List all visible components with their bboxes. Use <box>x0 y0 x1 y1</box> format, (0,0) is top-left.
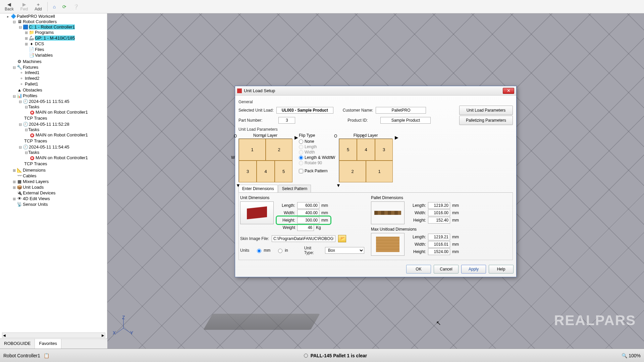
tree-dimensions[interactable]: Dimensions <box>23 168 46 173</box>
pack-pattern-check[interactable]: Pack Pattern <box>299 169 332 173</box>
tree-prof2[interactable]: 2024-05-11 11:52:28 <box>29 122 69 127</box>
fwd-button[interactable]: ▶Fwd <box>18 1 31 12</box>
dlg-help-button[interactable]: Help <box>489 265 514 274</box>
palletizing-params-button[interactable]: Palletizing Parameters <box>459 116 513 125</box>
flip-length: Length <box>299 144 332 149</box>
tree-tasks1[interactable]: Tasks <box>28 104 39 109</box>
tab-select-pattern[interactable]: Select Pattern <box>278 185 311 192</box>
tree-fixtures[interactable]: Fixtures <box>23 65 38 70</box>
help-icon: ❔ <box>73 4 79 9</box>
tree-machines[interactable]: Machines <box>23 59 42 64</box>
selected-ul-field[interactable] <box>276 107 333 114</box>
unit-thumb <box>240 201 274 224</box>
pallet-height-input[interactable] <box>428 217 450 224</box>
tab-enter-dims[interactable]: Enter Dimensions <box>238 185 278 192</box>
add-icon: ＋ <box>36 2 41 7</box>
flip-none[interactable]: None <box>299 139 332 144</box>
tree-profiles[interactable]: Profiles <box>23 93 37 98</box>
units-in[interactable]: in <box>276 248 288 253</box>
flip-lw[interactable]: Length & Width <box>299 155 332 160</box>
help-button[interactable]: ❔ <box>70 4 82 10</box>
close-button[interactable]: ✕ <box>503 88 514 94</box>
max-width-input[interactable] <box>428 241 450 248</box>
pallet-dims-title: Pallet Dimensions <box>371 195 461 200</box>
tab-roboguide[interactable]: ROBOGUIDE <box>0 339 35 349</box>
tree-cables[interactable]: Cables <box>23 173 36 178</box>
tree-dcs[interactable]: DCS <box>35 41 44 46</box>
tree-4dviews[interactable]: 4D Edit Views <box>23 196 50 201</box>
browse-button[interactable]: 📂 <box>338 235 346 242</box>
refresh-button[interactable]: ⟳ <box>60 4 69 10</box>
tree-hscrollbar[interactable]: ◀▶ <box>2 333 105 338</box>
product-label: Product ID: <box>347 118 368 123</box>
arrow-down-icon: ▼ <box>236 183 240 188</box>
tree-main2[interactable]: MAIN on Robot Controller1 <box>30 132 88 137</box>
customer-field[interactable] <box>376 107 426 114</box>
tree-prof1[interactable]: 2024-05-11 11:51:45 <box>29 99 69 104</box>
refresh-icon: ⟳ <box>62 4 66 9</box>
status-zoom: 100% <box>629 353 641 358</box>
home-button[interactable]: ⌂ <box>50 4 58 10</box>
main-toolbar: ◀Back ▶Fwd ＋Add ⌂ ⟳ ❔ <box>0 0 644 13</box>
tree-tcp1[interactable]: TCP Traces <box>24 116 47 121</box>
tab-favorites[interactable]: Favorites <box>35 339 61 349</box>
tree-obstacles[interactable]: Obstacles <box>23 87 42 93</box>
pallet-length-input[interactable] <box>428 202 450 209</box>
skin-file-input[interactable] <box>272 235 335 242</box>
part-field[interactable] <box>278 117 295 124</box>
back-icon: ◀ <box>7 2 11 7</box>
tree-variables[interactable]: Variables <box>35 53 53 58</box>
general-label: General <box>238 100 513 104</box>
tree-unitloads[interactable]: Unit Loads <box>23 185 44 190</box>
tree-root[interactable]: PalletPRO Workcell <box>17 14 55 19</box>
unit-length-input[interactable] <box>297 202 319 209</box>
cancel-button[interactable]: Cancel <box>434 265 459 274</box>
product-field[interactable] <box>380 117 431 124</box>
units-mm[interactable]: mm <box>255 248 270 253</box>
selected-ul-label: Selected Unit Load: <box>238 108 274 113</box>
unit-width-input[interactable] <box>297 209 319 216</box>
pallet-width-input[interactable] <box>428 209 450 216</box>
ok-button[interactable]: OK <box>406 265 431 274</box>
max-length-input[interactable] <box>428 234 450 240</box>
tree-pallet1[interactable]: Pallet1 <box>25 81 38 86</box>
tree-gp1[interactable]: GP: 1 - M-410iC/185 <box>35 36 75 41</box>
scroll-right-icon[interactable]: ▶ <box>102 334 104 337</box>
ulp-section-label: Unit Load Parameters <box>238 127 513 132</box>
workcell-tree[interactable]: ▸🔷PalletPRO Workcell ⊟🖥Robot Controllers… <box>0 13 107 339</box>
tree-controller1[interactable]: C: 1 - Robot Controller1 <box>29 24 75 29</box>
flip-rotate: Rotate 90 <box>299 161 332 165</box>
dims-tabs: Enter Dimensions Select Pattern <box>238 185 513 193</box>
tree-main3[interactable]: MAIN on Robot Controller1 <box>30 155 88 160</box>
tree-extdev[interactable]: External Devices <box>23 190 56 195</box>
unit-height-input[interactable] <box>297 217 319 224</box>
tree-files[interactable]: Files <box>35 47 44 52</box>
tree-prof3[interactable]: 2024-05-11 11:54:45 <box>29 144 69 149</box>
unit-load-params-button[interactable]: Unit Load Parameters <box>459 106 513 115</box>
tree-robot-controllers[interactable]: Robot Controllers <box>23 19 57 24</box>
tree-infeed2[interactable]: Infeed2 <box>25 76 39 81</box>
tree-tcp3[interactable]: TCP Traces <box>24 161 47 166</box>
normal-pattern: 1 2 3 4 5 <box>238 138 292 182</box>
apply-button[interactable]: Apply <box>461 265 486 274</box>
tree-programs[interactable]: Programs <box>35 30 54 35</box>
arrow-right-icon: ▶ <box>395 135 398 140</box>
tree-tasks3[interactable]: Tasks <box>28 150 39 155</box>
flip-title: Flip Type <box>299 133 332 138</box>
pallet-max-group: Pallet Dimensions Length:mm Width:mm Hei… <box>371 195 461 257</box>
dialog-titlebar[interactable]: Unit Load Setup ✕ <box>235 86 516 96</box>
max-height-input[interactable] <box>428 248 450 255</box>
tree-tcp2[interactable]: TCP Traces <box>24 138 47 143</box>
tree-main1[interactable]: MAIN on Robot Controller1 <box>30 110 88 115</box>
tree-mixed[interactable]: Mixed Layers <box>23 179 49 184</box>
unit-weight-input[interactable] <box>297 224 314 231</box>
add-button[interactable]: ＋Add <box>32 1 44 12</box>
scroll-left-icon[interactable]: ◀ <box>3 334 6 337</box>
unit-dims-title: Unit Dimensions <box>240 195 364 200</box>
tree-tasks2[interactable]: Tasks <box>28 127 39 132</box>
back-button[interactable]: ◀Back <box>2 1 16 12</box>
tree-sensors[interactable]: Sensor Units <box>23 202 48 207</box>
unit-type-select[interactable]: Box <box>325 247 364 254</box>
tree-infeed1[interactable]: Infeed1 <box>25 70 39 75</box>
expand-icon[interactable]: ▸ <box>6 14 10 19</box>
